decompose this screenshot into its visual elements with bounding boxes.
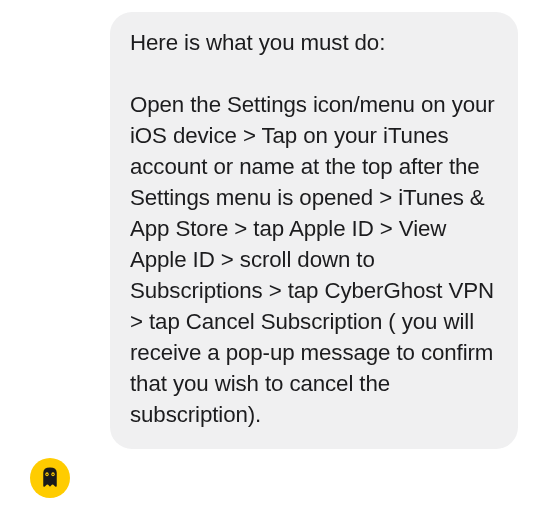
svg-point-2 [46, 474, 48, 476]
cyberghost-logo-icon [35, 463, 65, 493]
svg-point-3 [52, 474, 54, 476]
message-text: Here is what you must do: Open the Setti… [130, 28, 498, 431]
avatar[interactable] [30, 458, 70, 498]
chat-message-row: Here is what you must do: Open the Setti… [0, 0, 542, 518]
message-bubble[interactable]: Here is what you must do: Open the Setti… [110, 12, 518, 449]
